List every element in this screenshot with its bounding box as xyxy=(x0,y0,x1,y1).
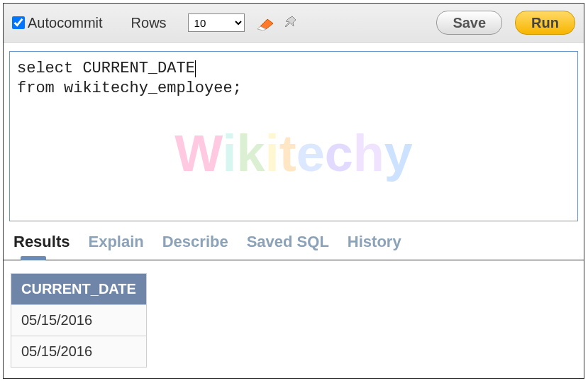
results-area: CURRENT_DATE 05/15/2016 05/15/2016 xyxy=(4,260,584,368)
pin-icon[interactable] xyxy=(282,13,300,32)
table-cell: 05/15/2016 xyxy=(11,336,147,368)
tabs-bar: Results Explain Describe Saved SQL Histo… xyxy=(4,221,584,260)
tab-explain[interactable]: Explain xyxy=(88,233,143,254)
table-row: 05/15/2016 xyxy=(11,336,147,368)
table-cell: 05/15/2016 xyxy=(11,305,147,336)
editor-line-2: from wikitechy_employee; xyxy=(17,79,242,97)
sql-workshop-panel: Autocommit Rows 10 Save Run select CURRE… xyxy=(3,3,584,379)
tab-results[interactable]: Results xyxy=(13,233,70,254)
sql-editor[interactable]: select CURRENT_DATE from wikitechy_emplo… xyxy=(9,51,578,221)
rows-label: Rows xyxy=(131,15,167,31)
autocommit-label: Autocommit xyxy=(28,15,103,31)
tab-history[interactable]: History xyxy=(348,233,401,254)
editor-line-1: select CURRENT_DATE xyxy=(17,60,195,77)
rows-select[interactable]: 10 xyxy=(188,13,245,32)
autocommit-checkbox[interactable] xyxy=(12,16,25,29)
eraser-icon[interactable] xyxy=(256,13,274,32)
toolbar: Autocommit Rows 10 Save Run xyxy=(4,4,584,43)
results-table: CURRENT_DATE 05/15/2016 05/15/2016 xyxy=(11,273,147,368)
save-button[interactable]: Save xyxy=(436,11,502,35)
tab-saved-sql[interactable]: Saved SQL xyxy=(247,233,329,254)
watermark: Wikitechy xyxy=(174,121,413,185)
text-cursor xyxy=(195,60,196,77)
table-header-row: CURRENT_DATE xyxy=(11,274,147,305)
table-row: 05/15/2016 xyxy=(11,305,147,336)
tab-describe[interactable]: Describe xyxy=(162,233,228,254)
column-header: CURRENT_DATE xyxy=(11,274,147,305)
run-button[interactable]: Run xyxy=(515,11,575,35)
autocommit-control: Autocommit xyxy=(12,15,103,31)
